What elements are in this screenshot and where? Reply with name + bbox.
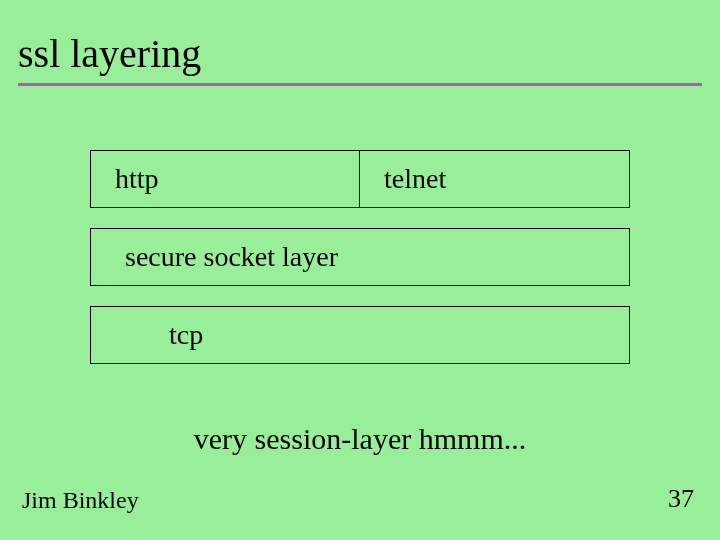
application-layer-row: http telnet xyxy=(90,150,630,208)
application-telnet-label: telnet xyxy=(384,163,446,195)
application-http-cell: http xyxy=(91,151,360,207)
tcp-layer-row: tcp xyxy=(90,306,630,364)
slide-caption: very session-layer hmmm... xyxy=(0,422,720,456)
layer-diagram: http telnet secure socket layer tcp xyxy=(90,150,630,364)
application-telnet-cell: telnet xyxy=(360,151,629,207)
slide-title-block: ssl layering xyxy=(18,30,702,86)
page-number: 37 xyxy=(668,484,694,514)
ssl-layer-row: secure socket layer xyxy=(90,228,630,286)
slide-author: Jim Binkley xyxy=(22,487,139,514)
ssl-layer-label: secure socket layer xyxy=(125,241,338,273)
title-underline xyxy=(18,83,702,86)
tcp-layer-label: tcp xyxy=(169,319,203,351)
slide-title: ssl layering xyxy=(18,30,702,83)
application-http-label: http xyxy=(115,163,159,195)
